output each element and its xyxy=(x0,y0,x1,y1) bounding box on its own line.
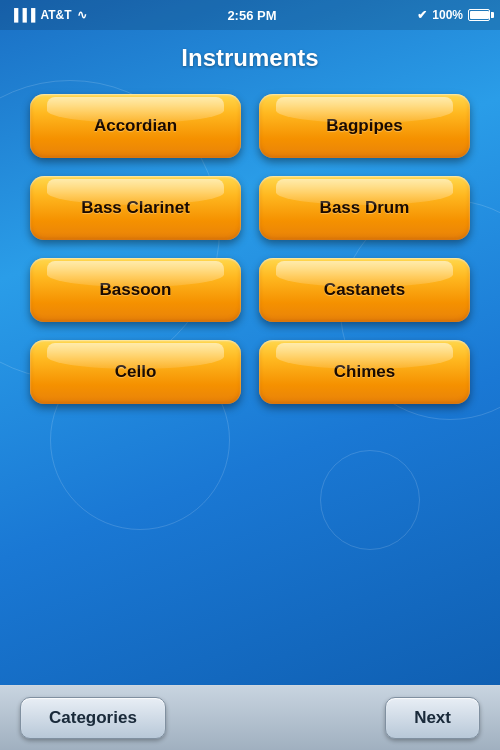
instrument-btn-castanets[interactable]: Castanets xyxy=(259,258,470,322)
status-left: ▐▐▐ AT&T ∿ xyxy=(10,8,87,22)
instrument-btn-bagpipes[interactable]: Bagpipes xyxy=(259,94,470,158)
status-time: 2:56 PM xyxy=(227,8,276,23)
instrument-btn-chimes[interactable]: Chimes xyxy=(259,340,470,404)
instrument-btn-bass-clarinet[interactable]: Bass Clarinet xyxy=(30,176,241,240)
wifi-icon: ∿ xyxy=(77,8,87,22)
categories-button[interactable]: Categories xyxy=(20,697,166,739)
carrier-label: AT&T xyxy=(41,8,72,22)
instrument-btn-accordian[interactable]: Accordian xyxy=(30,94,241,158)
status-bar: ▐▐▐ AT&T ∿ 2:56 PM ✔ 100% xyxy=(0,0,500,30)
instruments-grid: Accordian Bagpipes Bass Clarinet Bass Dr… xyxy=(0,84,500,414)
next-button[interactable]: Next xyxy=(385,697,480,739)
bluetooth-icon: ✔ xyxy=(417,8,427,22)
status-right: ✔ 100% xyxy=(417,8,490,22)
bottom-bar: Categories Next xyxy=(0,685,500,750)
battery-label: 100% xyxy=(432,8,463,22)
page-title: Instruments xyxy=(0,30,500,84)
signal-icon: ▐▐▐ xyxy=(10,8,36,22)
battery-icon xyxy=(468,9,490,21)
instrument-btn-cello[interactable]: Cello xyxy=(30,340,241,404)
instrument-btn-bassoon[interactable]: Bassoon xyxy=(30,258,241,322)
instrument-btn-bass-drum[interactable]: Bass Drum xyxy=(259,176,470,240)
